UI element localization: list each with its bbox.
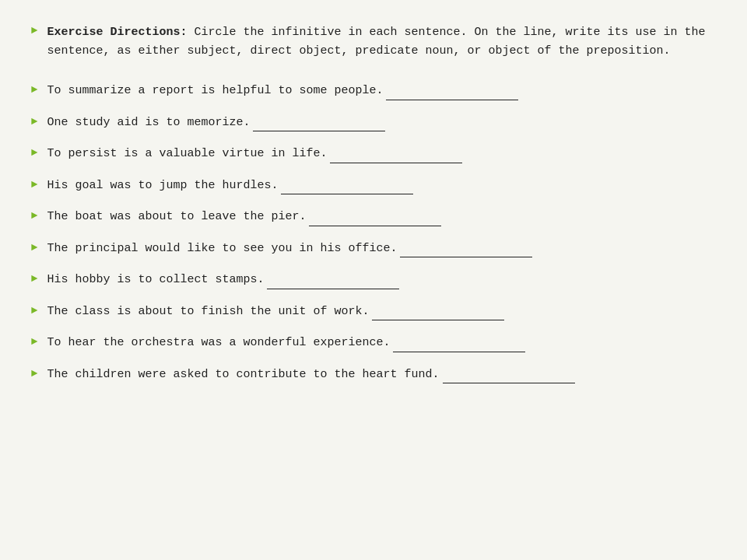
sentence-item-2: ► One study aid is to memorize.	[31, 114, 708, 132]
answer-line-2	[253, 131, 385, 131]
sentence-item-4: ► His goal was to jump the hurdles.	[31, 177, 708, 195]
directions-bullet: ►	[31, 24, 37, 37]
bullet-2: ►	[31, 115, 37, 128]
directions-text: Exercise Directions: Circle the infiniti…	[47, 23, 708, 61]
sentence-9-text: To hear the orchestra was a wonderful ex…	[47, 336, 390, 349]
sentence-item-9: ► To hear the orchestra was a wonderful …	[31, 334, 708, 352]
bullet-6: ►	[31, 241, 37, 254]
bullet-10: ►	[31, 367, 37, 380]
sentence-text-9: To hear the orchestra was a wonderful ex…	[47, 334, 708, 352]
bullet-5: ►	[31, 209, 37, 222]
sentence-text-3: To persist is a valuable virtue in life.	[47, 145, 708, 163]
sentence-text-2: One study aid is to memorize.	[47, 114, 708, 132]
sentence-text-1: To summarize a report is helpful to some…	[47, 82, 708, 100]
sentence-text-5: The boat was about to leave the pier.	[47, 208, 708, 226]
answer-line-3	[330, 163, 462, 163]
sentence-5-text: The boat was about to leave the pier.	[47, 210, 306, 223]
sentence-2-text: One study aid is to memorize.	[47, 116, 250, 129]
sentence-text-6: The principal would like to see you in h…	[47, 240, 708, 258]
sentence-7-text: His hobby is to collect stamps.	[47, 273, 264, 286]
directions-label-bold: Exercise Directions:	[47, 26, 187, 39]
sentence-8-text: The class is about to finish the unit of…	[47, 305, 369, 318]
sentence-item-5: ► The boat was about to leave the pier.	[31, 208, 708, 226]
sentence-1-text: To summarize a report is helpful to some…	[47, 84, 383, 97]
bullet-3: ►	[31, 146, 37, 159]
sentence-6-text: The principal would like to see you in h…	[47, 242, 397, 255]
sentence-item-10: ► The children were asked to contribute …	[31, 366, 708, 384]
answer-line-7	[267, 289, 399, 289]
sentence-10-text: The children were asked to contribute to…	[47, 368, 439, 381]
sentence-text-8: The class is about to finish the unit of…	[47, 303, 708, 321]
answer-line-6	[400, 257, 532, 257]
sentence-3-text: To persist is a valuable virtue in life.	[47, 147, 327, 160]
bullet-9: ►	[31, 335, 37, 348]
sentence-text-10: The children were asked to contribute to…	[47, 366, 708, 384]
bullet-4: ►	[31, 178, 37, 191]
answer-line-8	[372, 320, 504, 320]
sentence-text-4: His goal was to jump the hurdles.	[47, 177, 708, 195]
answer-line-9	[393, 352, 525, 352]
answer-line-4	[281, 194, 413, 194]
sentence-4-text: His goal was to jump the hurdles.	[47, 179, 278, 192]
exercise-container: ► Exercise Directions: Circle the infini…	[31, 23, 708, 383]
answer-line-1	[386, 100, 518, 100]
sentence-item-3: ► To persist is a valuable virtue in lif…	[31, 145, 708, 163]
bullet-8: ►	[31, 304, 37, 317]
sentence-text-7: His hobby is to collect stamps.	[47, 271, 708, 289]
bullet-1: ►	[31, 83, 37, 96]
bullet-7: ►	[31, 272, 37, 285]
answer-line-10	[443, 383, 575, 383]
directions-item: ► Exercise Directions: Circle the infini…	[31, 23, 708, 61]
sentence-item-7: ► His hobby is to collect stamps.	[31, 271, 708, 289]
sentence-item-6: ► The principal would like to see you in…	[31, 240, 708, 258]
sentence-item-1: ► To summarize a report is helpful to so…	[31, 82, 708, 100]
sentence-item-8: ► The class is about to finish the unit …	[31, 303, 708, 321]
answer-line-5	[309, 226, 441, 226]
